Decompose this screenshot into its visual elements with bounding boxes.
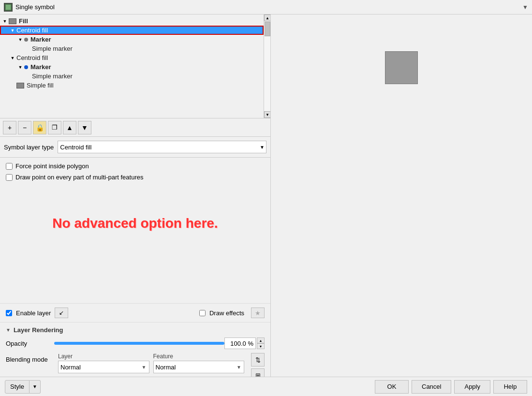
- opacity-value-box: ▲ ▼: [224, 337, 265, 349]
- enable-layer-row: Enable layer ↙ Draw effects ★: [0, 303, 270, 322]
- bottom-right-buttons: OK Cancel Apply Help: [375, 380, 527, 394]
- dot-icon: [24, 65, 28, 69]
- fill-icon: [9, 18, 16, 24]
- tree-label: Marker: [30, 63, 51, 71]
- scroll-up-btn[interactable]: ▲: [264, 15, 270, 21]
- tree-item-fill[interactable]: ▼Fill: [0, 16, 264, 26]
- feature-blend-inner: Normal Multiply Screen Overlay ▼: [153, 361, 245, 373]
- tree-item-centroid-fill-1[interactable]: ▼Centroid fill: [0, 26, 264, 35]
- top-bar: Single symbol ▼: [0, 0, 532, 15]
- blending-selects-row: Layer Normal Multiply Screen Overlay ▼: [58, 353, 244, 373]
- tree-label: Centroid fill: [16, 27, 48, 34]
- layer-rendering-title: Layer Rendering: [14, 326, 63, 334]
- blending-mode-label: Blending mode: [6, 353, 54, 363]
- symbol-layer-type-select[interactable]: Centroid fill Simple fill Gradient fill …: [58, 141, 266, 153]
- tree-item-simple-marker-1[interactable]: Simple marker: [0, 44, 264, 53]
- cancel-button[interactable]: Cancel: [412, 380, 451, 394]
- opacity-row: Opacity ▲ ▼: [6, 337, 265, 349]
- duplicate-icon: ❐: [52, 124, 58, 131]
- window-title: Single symbol: [15, 3, 522, 11]
- tree-arrow-icon: ▼: [17, 64, 23, 70]
- opacity-spin-down[interactable]: ▼: [257, 343, 265, 349]
- tree-scrollbar[interactable]: ▲ ▼: [264, 15, 270, 118]
- tree-item-centroid-fill-2[interactable]: ▼Centroid fill: [0, 53, 264, 62]
- force-point-checkbox[interactable]: [6, 163, 13, 170]
- opacity-spin-up[interactable]: ▲: [257, 337, 265, 343]
- symbol-icon: [4, 3, 13, 12]
- tree-label: Simple fill: [27, 82, 54, 89]
- section-collapse-arrow[interactable]: ▼: [6, 327, 11, 333]
- bottom-bar: Style ▼ OK Cancel Apply Help: [0, 377, 532, 396]
- symbol-layer-type-label: Symbol layer type: [4, 144, 54, 151]
- no-advanced-text: No advanced option here.: [6, 185, 265, 262]
- scroll-down-btn[interactable]: ▼: [264, 111, 270, 118]
- opacity-slider[interactable]: [54, 342, 224, 345]
- layer-tree: ▼Fill▼Centroid fill▼MarkerSimple marker▼…: [0, 15, 270, 118]
- symbol-layer-type-wrapper: Centroid fill Simple fill Gradient fill …: [58, 141, 266, 153]
- tree-label: Simple marker: [32, 45, 73, 52]
- fill-icon: [16, 83, 24, 88]
- options-area: Force point inside polygon Draw point on…: [0, 158, 270, 303]
- opacity-value-input[interactable]: [224, 337, 256, 349]
- move-down-button[interactable]: ▼: [78, 121, 91, 134]
- topbar-dropdown-arrow[interactable]: ▼: [522, 4, 528, 11]
- tree-item-simple-fill[interactable]: Simple fill: [0, 81, 264, 90]
- draw-point-label: Draw point on every part of multi-part f…: [15, 174, 143, 181]
- feature-blend-wrapper: Feature Normal Multiply Screen Overlay ▼: [153, 353, 245, 373]
- add-layer-button[interactable]: +: [3, 121, 16, 134]
- no-advanced-message: No advanced option here.: [52, 216, 218, 231]
- opacity-slider-wrapper: [54, 342, 224, 345]
- tree-label: Marker: [30, 36, 51, 43]
- force-point-row: Force point inside polygon: [6, 162, 265, 170]
- tree-arrow-icon: ▼: [10, 55, 15, 61]
- opacity-spinners: ▲ ▼: [257, 337, 265, 349]
- enable-layer-icon-button[interactable]: ↙: [55, 308, 68, 318]
- draw-effects-label: Draw effects: [209, 309, 244, 317]
- opacity-label: Opacity: [6, 340, 54, 347]
- layer-rendering-header: ▼ Layer Rendering: [6, 326, 265, 334]
- tree-item-marker-1[interactable]: ▼Marker: [0, 35, 264, 44]
- star-icon: ★: [255, 309, 261, 317]
- layer-blend-label: Layer: [58, 353, 149, 360]
- apply-button[interactable]: Apply: [454, 380, 490, 394]
- tree-label: Fill: [19, 17, 28, 25]
- tree-item-simple-marker-2[interactable]: Simple marker: [0, 72, 264, 81]
- symbol-layer-type-row: Symbol layer type Centroid fill Simple f…: [0, 137, 270, 158]
- style-button[interactable]: Style: [5, 380, 30, 394]
- tree-label: Simple marker: [32, 73, 73, 80]
- feature-blend-select[interactable]: Normal Multiply Screen Overlay: [153, 361, 245, 373]
- blending-selects: Layer Normal Multiply Screen Overlay ▼: [58, 353, 244, 373]
- remove-layer-button[interactable]: −: [18, 121, 31, 134]
- tree-item-marker-2[interactable]: ▼Marker: [0, 62, 264, 72]
- enable-layer-checkbox[interactable]: [6, 310, 12, 316]
- lock-icon: 🔒: [36, 124, 44, 132]
- left-panel: ▼Fill▼Centroid fill▼MarkerSimple marker▼…: [0, 15, 271, 396]
- ok-button[interactable]: OK: [375, 380, 409, 394]
- right-panel: [271, 15, 532, 396]
- tree-arrow-icon: ▼: [10, 28, 15, 33]
- draw-point-checkbox[interactable]: [6, 174, 13, 181]
- style-button-group: Style ▼: [5, 380, 41, 394]
- draw-point-row: Draw point on every part of multi-part f…: [6, 174, 265, 181]
- sort-icon: ⇅: [255, 356, 261, 364]
- layer-blend-inner: Normal Multiply Screen Overlay ▼: [58, 361, 149, 373]
- dot-icon: [24, 38, 28, 42]
- layer-blend-wrapper: Layer Normal Multiply Screen Overlay ▼: [58, 353, 149, 373]
- feature-blend-label: Feature: [153, 353, 245, 360]
- layer-toolbar: + − 🔒 ❐ ▲ ▼: [0, 118, 270, 137]
- duplicate-layer-button[interactable]: ❐: [48, 121, 61, 134]
- transfer-icon: ↙: [59, 309, 64, 316]
- symbol-preview: [385, 51, 418, 84]
- layer-blend-select[interactable]: Normal Multiply Screen Overlay: [58, 361, 149, 373]
- move-up-button[interactable]: ▲: [63, 121, 76, 134]
- draw-effects-checkbox[interactable]: [199, 310, 206, 316]
- blend-sort-button[interactable]: ⇅: [251, 353, 265, 367]
- enable-layer-label: Enable layer: [16, 309, 51, 317]
- help-button[interactable]: Help: [493, 380, 527, 394]
- tree-arrow-icon: ▼: [17, 37, 23, 43]
- tree-arrow-icon: ▼: [2, 18, 8, 24]
- style-dropdown-button[interactable]: ▼: [30, 380, 41, 394]
- lock-layer-button[interactable]: 🔒: [33, 121, 46, 134]
- tree-label: Centroid fill: [16, 54, 48, 61]
- draw-effects-star-button[interactable]: ★: [251, 308, 265, 318]
